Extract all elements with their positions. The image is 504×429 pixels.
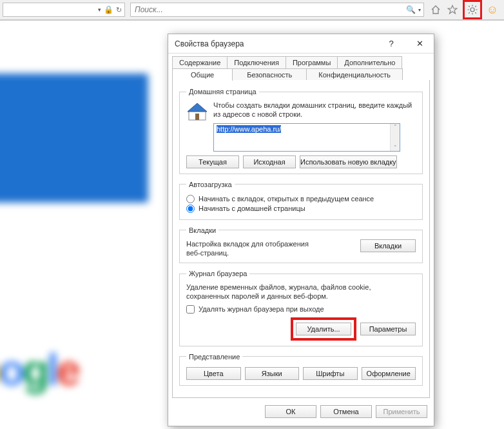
svg-rect-2 bbox=[195, 114, 199, 120]
group-startup-legend: Автозагрузка bbox=[186, 181, 235, 188]
search-dropdown-icon[interactable]: ▾ bbox=[418, 7, 421, 13]
accessibility-button[interactable]: Оформление bbox=[362, 367, 416, 380]
homepage-url-field[interactable]: http://www.apeha.ru/ ˄ ˅ bbox=[213, 123, 400, 152]
group-history-legend: Журнал браузера bbox=[186, 270, 249, 277]
settings-highlight bbox=[463, 0, 482, 19]
tab-general[interactable]: Общие bbox=[172, 68, 233, 81]
group-homepage: Домашняя страница Чтобы создать вкладки … bbox=[179, 88, 423, 174]
startup-label-last-session: Начинать с вкладок, открытых в предыдуще… bbox=[199, 195, 374, 203]
tab-security[interactable]: Безопасность bbox=[232, 68, 307, 81]
tabs-row-bottom: Общие Безопасность Конфиденциальность bbox=[168, 68, 434, 81]
use-current-button[interactable]: Текущая bbox=[186, 155, 239, 168]
history-settings-button[interactable]: Параметры bbox=[360, 323, 416, 335]
use-default-button[interactable]: Исходная bbox=[243, 155, 296, 168]
address-bar[interactable]: ▾ 🔒 ↻ bbox=[3, 3, 125, 17]
background-page: oogle bbox=[0, 22, 168, 428]
dialog-titlebar: Свойства браузера ? ✕ bbox=[168, 34, 434, 54]
homepage-url-scrollbar[interactable]: ˄ ˅ bbox=[390, 124, 400, 151]
languages-button[interactable]: Языки bbox=[245, 367, 300, 380]
gear-icon[interactable] bbox=[466, 3, 479, 16]
scroll-up-icon[interactable]: ˄ bbox=[391, 124, 400, 130]
group-tabs-legend: Вкладки bbox=[186, 226, 218, 234]
startup-radio-last-session[interactable] bbox=[186, 195, 195, 203]
history-desc: Удаление временных файлов, журнала, файл… bbox=[186, 283, 416, 301]
delete-on-exit-checkbox[interactable] bbox=[186, 305, 195, 314]
apply-button[interactable]: Применить bbox=[376, 405, 427, 418]
tab-connections[interactable]: Подключения bbox=[227, 56, 286, 68]
use-new-tab-button[interactable]: Использовать новую вкладку bbox=[300, 155, 397, 168]
homepage-url-value: http://www.apeha.ru/ bbox=[217, 125, 281, 133]
dialog-title: Свойства браузера bbox=[175, 39, 244, 48]
tabs-desc: Настройка вкладок для отображения веб-ст… bbox=[186, 239, 315, 258]
ok-button[interactable]: ОК bbox=[265, 405, 316, 418]
delete-highlight: Удалить... bbox=[291, 317, 356, 341]
group-tabs: Вкладки Настройка вкладок для отображени… bbox=[179, 226, 423, 264]
startup-option-homepage[interactable]: Начинать с домашней страницы bbox=[186, 205, 416, 213]
group-appearance: Представление Цвета Языки Шрифты Оформле… bbox=[179, 353, 423, 386]
group-appearance-legend: Представление bbox=[186, 353, 242, 361]
tab-privacy[interactable]: Конфиденциальность bbox=[306, 68, 403, 81]
search-input[interactable] bbox=[133, 5, 406, 15]
dialog-footer: ОК Отмена Применить bbox=[168, 399, 434, 426]
tabs-row-top: Содержание Подключения Программы Дополни… bbox=[168, 56, 434, 68]
home-icon[interactable] bbox=[429, 3, 442, 16]
favorites-icon[interactable] bbox=[446, 3, 459, 16]
tab-advanced[interactable]: Дополнительно bbox=[337, 56, 402, 68]
startup-label-homepage: Начинать с домашней страницы bbox=[199, 205, 305, 212]
colors-button[interactable]: Цвета bbox=[186, 367, 241, 380]
search-icon[interactable]: 🔍 bbox=[406, 5, 416, 14]
delete-on-exit-label: Удалять журнал браузера при выходе bbox=[199, 305, 324, 313]
tabs-settings-button[interactable]: Вкладки bbox=[360, 239, 416, 252]
browser-toolbar: ▾ 🔒 ↻ 🔍 ▾ ☺ bbox=[0, 0, 504, 21]
address-dropdown-icon[interactable]: ▾ bbox=[98, 6, 101, 13]
tab-panel-general: Домашняя страница Чтобы создать вкладки … bbox=[172, 80, 430, 398]
home-page-icon bbox=[186, 101, 208, 123]
delete-on-exit-option[interactable]: Удалять журнал браузера при выходе bbox=[186, 305, 416, 314]
tab-programs[interactable]: Программы bbox=[286, 56, 338, 68]
fonts-button[interactable]: Шрифты bbox=[303, 367, 358, 380]
tab-content[interactable]: Содержание bbox=[172, 56, 228, 68]
homepage-help-text: Чтобы создать вкладки домашних страниц, … bbox=[213, 101, 416, 119]
group-homepage-legend: Домашняя страница bbox=[186, 88, 259, 95]
lock-icon: 🔒 bbox=[104, 5, 113, 14]
search-box[interactable]: 🔍 ▾ bbox=[130, 3, 424, 17]
startup-option-last-session[interactable]: Начинать с вкладок, открытых в предыдуще… bbox=[186, 195, 416, 203]
scroll-down-icon[interactable]: ˅ bbox=[391, 145, 400, 151]
internet-options-dialog: Свойства браузера ? ✕ Содержание Подключ… bbox=[168, 34, 434, 426]
smiley-icon[interactable]: ☺ bbox=[486, 3, 499, 16]
svg-marker-1 bbox=[188, 103, 207, 112]
startup-radio-homepage[interactable] bbox=[186, 205, 195, 213]
close-button[interactable]: ✕ bbox=[405, 34, 434, 54]
group-history: Журнал браузера Удаление временных файло… bbox=[179, 270, 423, 346]
group-startup: Автозагрузка Начинать с вкладок, открыты… bbox=[179, 181, 423, 220]
delete-history-button[interactable]: Удалить... bbox=[296, 323, 351, 335]
cancel-button[interactable]: Отмена bbox=[320, 405, 372, 418]
help-button[interactable]: ? bbox=[377, 34, 405, 54]
reload-icon[interactable]: ↻ bbox=[116, 6, 122, 14]
